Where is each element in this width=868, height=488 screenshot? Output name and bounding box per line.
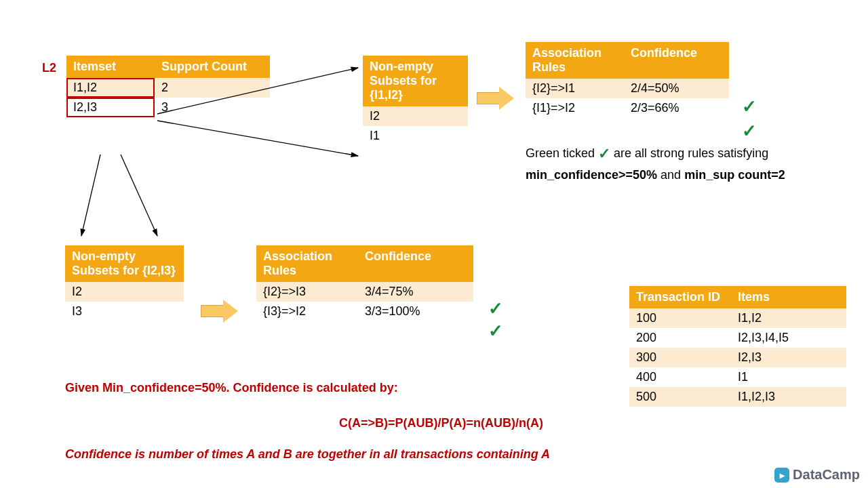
cell-rule: {I1}=>I2 xyxy=(526,98,624,118)
table-row: I1 xyxy=(363,126,468,146)
datacamp-label: DataCamp xyxy=(793,467,860,483)
th-subsets-i1i2: Non-empty Subsets for {I1,I2} xyxy=(363,56,468,106)
cell-tid: 500 xyxy=(629,387,731,407)
check-icon: ✓ xyxy=(742,121,757,142)
criteria-minconf: min_confidence>=50% xyxy=(526,168,657,182)
table-row: I2,I3 3 xyxy=(66,98,270,117)
table-row: {I2}=>I3 3/4=75% xyxy=(256,282,473,302)
cell-subset: I3 xyxy=(65,302,184,321)
cell-items: I1,I2,I3 xyxy=(731,387,846,407)
check-icon: ✓ xyxy=(488,298,503,319)
check-icon: ✓ xyxy=(742,96,757,117)
svg-line-1 xyxy=(157,121,358,156)
th-rules: Association Rules xyxy=(526,42,624,79)
l2-label: L2 xyxy=(42,61,56,75)
note-criteria: min_confidence>=50% and min_sup count=2 xyxy=(526,168,785,182)
note-given: Given Min_confidence=50%. Confidence is … xyxy=(65,381,398,395)
svg-line-2 xyxy=(81,155,100,236)
table-row: 300I2,I3 xyxy=(629,348,846,367)
l2-itemset-table: Itemset Support Count I1,I2 2 I2,I3 3 xyxy=(66,56,270,117)
table-row: I3 xyxy=(65,302,184,321)
table-row: 500I1,I2,I3 xyxy=(629,387,846,407)
table-row: {I3}=>I2 3/3=100% xyxy=(256,302,473,321)
note-strong-rules: Green ticked ✓ are all strong rules sati… xyxy=(526,145,817,163)
table-row: 100I1,I2 xyxy=(629,308,846,328)
cell-items: I1 xyxy=(731,367,846,387)
th-rules: Association Rules xyxy=(256,245,358,282)
table-row: I2 xyxy=(65,282,184,302)
rules-top-table: Association Rules Confidence {I2}=>I1 2/… xyxy=(526,42,729,118)
note-green-prefix: Green ticked xyxy=(526,146,595,160)
th-subsets-i2i3: Non-empty Subsets for {I2,I3} xyxy=(65,245,184,282)
table-row: 200I2,I3,I4,I5 xyxy=(629,328,846,348)
cell-count: 3 xyxy=(155,98,270,117)
cell-rule: {I3}=>I2 xyxy=(256,302,358,321)
datacamp-icon: ▸ xyxy=(774,468,789,483)
cell-subset: I2 xyxy=(363,106,468,126)
cell-tid: 300 xyxy=(629,348,731,367)
arrow-right-icon xyxy=(477,87,515,110)
th-support-count: Support Count xyxy=(155,56,270,78)
check-icon: ✓ xyxy=(488,321,503,342)
cell-conf: 3/3=100% xyxy=(358,302,473,321)
subsets-i2i3-table: Non-empty Subsets for {I2,I3} I2 I3 xyxy=(65,245,184,321)
svg-line-3 xyxy=(121,155,157,236)
table-row: {I2}=>I1 2/4=50% xyxy=(526,79,729,98)
subsets-i1i2-table: Non-empty Subsets for {I1,I2} I2 I1 xyxy=(363,56,468,146)
cell-items: I2,I3,I4,I5 xyxy=(731,328,846,348)
arrow-right-icon xyxy=(201,300,239,323)
cell-count: 2 xyxy=(155,78,270,98)
th-transaction-id: Transaction ID xyxy=(629,286,731,308)
table-row: 400I1 xyxy=(629,367,846,387)
criteria-mid: and xyxy=(657,168,684,182)
cell-subset: I2 xyxy=(65,282,184,302)
table-row: {I1}=>I2 2/3=66% xyxy=(526,98,729,118)
cell-tid: 400 xyxy=(629,367,731,387)
rules-bottom-table: Association Rules Confidence {I2}=>I3 3/… xyxy=(256,245,473,321)
cell-rule: {I2}=>I3 xyxy=(256,282,358,302)
cell-tid: 100 xyxy=(629,308,731,328)
th-confidence: Confidence xyxy=(358,245,473,282)
note-meaning: Confidence is number of times A and B ar… xyxy=(65,447,550,462)
table-row: I1,I2 2 xyxy=(66,78,270,98)
cell-tid: 200 xyxy=(629,328,731,348)
cell-conf: 3/4=75% xyxy=(358,282,473,302)
cell-conf: 2/4=50% xyxy=(624,79,729,98)
cell-items: I1,I2 xyxy=(731,308,846,328)
note-green-suffix: are all strong rules satisfying xyxy=(614,146,768,160)
cell-conf: 2/3=66% xyxy=(624,98,729,118)
cell-subset: I1 xyxy=(363,126,468,146)
th-confidence: Confidence xyxy=(624,42,729,79)
check-icon: ✓ xyxy=(598,145,610,162)
table-row: I2 xyxy=(363,106,468,126)
datacamp-logo: ▸ DataCamp xyxy=(774,467,860,483)
transactions-table: Transaction ID Items 100I1,I2 200I2,I3,I… xyxy=(629,286,846,407)
criteria-minsup: min_sup count=2 xyxy=(684,168,785,182)
note-formula: C(A=>B)=P(AUB)/P(A)=n(AUB)/n(A) xyxy=(339,416,543,430)
cell-rule: {I2}=>I1 xyxy=(526,79,624,98)
th-items: Items xyxy=(731,286,846,308)
th-itemset: Itemset xyxy=(66,56,155,78)
cell-items: I2,I3 xyxy=(731,348,846,367)
